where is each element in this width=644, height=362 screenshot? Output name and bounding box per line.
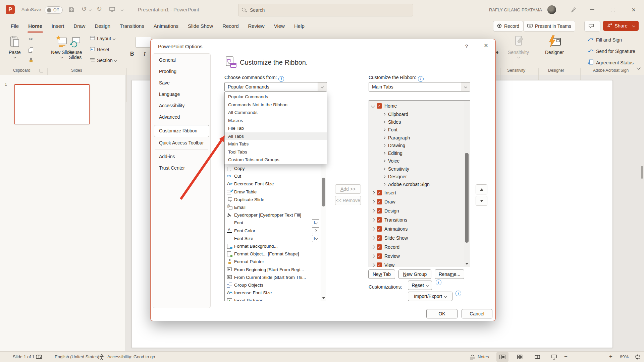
dropdown-option-commands-not-in-the-ribbon[interactable]: Commands Not in the Ribbon — [225, 101, 327, 109]
ok-button[interactable]: OK — [426, 309, 458, 318]
new-group-button[interactable]: New Group — [398, 269, 431, 279]
ribbon-tab-transitions[interactable]: Transitions — [115, 19, 149, 33]
info-icon[interactable]: i — [278, 76, 284, 82]
tree-group-adobe-acrobat-sign[interactable]: Adobe Acrobat Sign — [369, 181, 464, 188]
options-nav-general[interactable]: General — [154, 54, 209, 66]
dropdown-option-all-tabs[interactable]: All Tabs — [225, 132, 327, 140]
options-nav-quick-access-toolbar[interactable]: Quick Access Toolbar — [154, 137, 209, 148]
checkbox-checked[interactable]: ✓ — [377, 217, 382, 223]
ribbon-tab-draw[interactable]: Draw — [69, 19, 90, 33]
ribbon-tab-file[interactable]: File — [6, 19, 23, 33]
command-decrease-font-size[interactable]: Decrease Font Size — [225, 180, 321, 188]
combo-dropdown-button[interactable] — [318, 82, 327, 91]
avatar[interactable] — [547, 5, 556, 14]
tree-group-clipboard[interactable]: Clipboard — [369, 110, 464, 118]
tree-tab-slide-show[interactable]: ✓Slide Show — [369, 234, 464, 243]
info-icon[interactable]: i — [418, 76, 424, 82]
combo-dropdown-button[interactable] — [461, 82, 470, 91]
start-slideshow-icon[interactable] — [109, 7, 115, 13]
reading-view-button[interactable] — [531, 352, 543, 362]
customize-ribbon-combo[interactable]: Main Tabs — [369, 82, 470, 92]
pen-mode-icon[interactable] — [571, 7, 576, 14]
dropdown-indicator-icon[interactable]: I — [312, 219, 319, 226]
tree-tab-record[interactable]: ✓Record — [369, 243, 464, 252]
normal-view-button[interactable] — [496, 352, 508, 362]
tree-tab-home[interactable]: ✓Home — [369, 101, 464, 110]
ribbon-tab-slide-show[interactable]: Slide Show — [183, 19, 218, 33]
command-draw-table[interactable]: Draw Table — [225, 188, 321, 196]
command-copy[interactable]: Copy — [225, 165, 321, 172]
present-in-teams-button[interactable]: Present in Teams — [523, 21, 575, 32]
layout-button[interactable]: Layout — [90, 36, 115, 41]
bold-button[interactable]: B — [130, 51, 134, 57]
command-font-color[interactable]: Font Color — [225, 227, 321, 235]
command-font[interactable]: FontI — [225, 219, 321, 227]
undo-icon[interactable]: ↺ — [82, 5, 87, 13]
section-button[interactable]: Section — [90, 58, 117, 63]
scroll-down-icon[interactable] — [322, 297, 325, 299]
zoom-in-button[interactable]: + — [609, 353, 612, 360]
options-nav-language[interactable]: Language — [154, 88, 209, 100]
command-duplicate-slide[interactable]: Duplicate Slide — [225, 196, 321, 203]
remove-button[interactable]: << Remove — [335, 196, 361, 205]
checkbox-checked[interactable]: ✓ — [377, 199, 382, 204]
ribbon-tab-view[interactable]: View — [269, 19, 289, 33]
dropdown-option-custom-tabs-and-groups[interactable]: Custom Tabs and Groups — [225, 156, 327, 164]
agreement-status-button[interactable]: Agreement Status — [588, 59, 634, 66]
reset-customizations-button[interactable]: Reset — [408, 281, 432, 290]
checkbox-checked[interactable]: ✓ — [377, 253, 382, 259]
dropdown-option-file-tab[interactable]: File Tab — [225, 124, 327, 132]
ribbon-tab-review[interactable]: Review — [244, 19, 269, 33]
font-name-combo[interactable] — [136, 37, 151, 48]
dropdown-indicator-icon[interactable]: I — [312, 235, 319, 242]
language-indicator[interactable]: English (United States) — [55, 354, 99, 359]
dropdown-option-tool-tabs[interactable]: Tool Tabs — [225, 148, 327, 156]
comments-button[interactable] — [584, 21, 600, 32]
tree-group-font[interactable]: Font — [369, 126, 464, 134]
tree-group-voice[interactable]: Voice — [369, 157, 464, 165]
rename-button[interactable]: Rename... — [435, 269, 464, 279]
paste-button[interactable]: Paste — [9, 36, 21, 58]
notes-button[interactable]: Notes — [478, 354, 489, 359]
tree-group-editing[interactable]: Editing — [369, 149, 464, 157]
command-increase-font-size[interactable]: Increase Font Size — [225, 289, 321, 297]
dropdown-option-macros[interactable]: Macros — [225, 117, 327, 125]
reset-button[interactable]: Reset — [90, 47, 109, 52]
cancel-button[interactable]: Cancel — [462, 309, 492, 318]
dialog-close-button[interactable]: × — [481, 41, 491, 50]
scroll-down-icon[interactable] — [465, 263, 469, 265]
command-email[interactable]: Email — [225, 203, 321, 211]
tree-tab-insert[interactable]: ✓Insert — [369, 188, 464, 197]
scrollbar-thumb[interactable] — [465, 153, 469, 243]
move-down-button[interactable] — [476, 196, 487, 206]
autosave-toggle[interactable]: Off — [45, 6, 63, 14]
tree-group-sensitivity[interactable]: Sensitivity — [369, 165, 464, 173]
copy-icon[interactable] — [28, 46, 34, 53]
command-from-beginning-start-from-begi[interactable]: From Beginning [Start From Begi... — [225, 265, 321, 273]
accessibility-status[interactable]: Accessibility: Good to go — [107, 354, 155, 359]
command-cut[interactable]: Cut — [225, 172, 321, 180]
minimize-button[interactable] — [584, 0, 600, 19]
checkbox-checked[interactable]: ✓ — [377, 226, 382, 232]
command-format-object-format-shape[interactable]: Format Object... [Format Shape] — [225, 250, 321, 258]
fill-and-sign-button[interactable]: Fill and Sign — [588, 37, 622, 43]
collapse-ribbon-chevron-icon[interactable] — [637, 66, 640, 69]
command-insert-pictures[interactable]: Insert Pictures — [225, 297, 321, 301]
slide-thumbnail[interactable] — [14, 84, 90, 124]
info-icon[interactable]: i — [455, 291, 461, 296]
scrollbar-thumb[interactable] — [322, 178, 325, 206]
ribbon-tab-design[interactable]: Design — [90, 19, 115, 33]
options-nav-save[interactable]: Save — [154, 77, 209, 88]
options-nav-proofing[interactable]: Proofing — [154, 66, 209, 77]
checkbox-checked[interactable]: ✓ — [377, 262, 382, 267]
designer-button[interactable]: Designer — [545, 35, 564, 55]
share-button[interactable]: Share — [603, 21, 639, 31]
zoom-percent[interactable]: 89% — [620, 354, 629, 359]
dropdown-option-main-tabs[interactable]: Main Tabs — [225, 140, 327, 148]
workspace-scrollbar[interactable] — [641, 166, 643, 179]
command-format-painter[interactable]: Format Painter — [225, 258, 321, 265]
options-nav-trust-center[interactable]: Trust Center — [154, 162, 209, 174]
ribbon-tab-help[interactable]: Help — [289, 19, 309, 33]
new-tab-button[interactable]: New Tab — [368, 269, 395, 279]
redo-icon[interactable]: ↻ — [97, 5, 102, 13]
